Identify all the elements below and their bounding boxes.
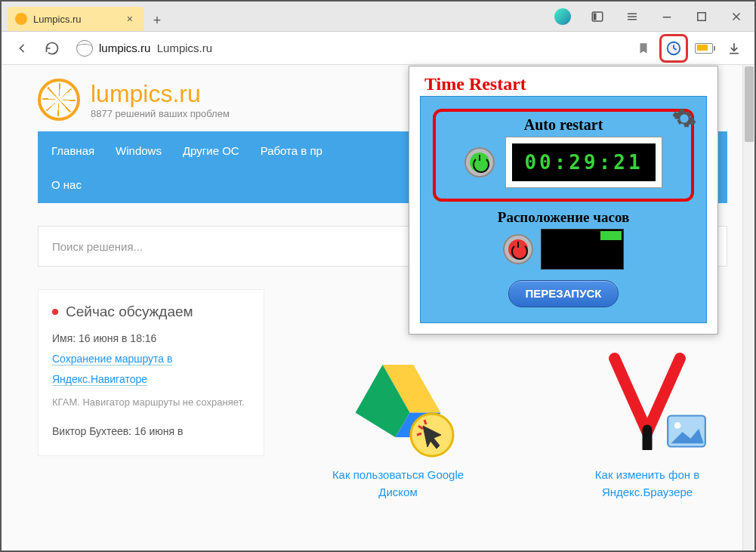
auto-restart-toggle[interactable]	[464, 147, 495, 177]
auto-restart-heading: Auto restart	[524, 116, 603, 134]
time-restart-extension-button[interactable]	[662, 37, 685, 60]
globe-icon	[76, 40, 93, 57]
logo-title: lumpics.ru	[91, 80, 230, 108]
power-icon	[470, 153, 489, 172]
bookmark-button[interactable]	[632, 37, 655, 60]
timer-value: 00:29:21	[512, 143, 655, 181]
card-caption: Как изменить фон в Яндекс.Браузере	[568, 467, 727, 501]
discuss-heading: Сейчас обсуждаем	[52, 304, 250, 320]
clock-placement-toggle[interactable]	[503, 234, 533, 264]
cursor-click-icon	[409, 412, 455, 458]
discuss-item-body: КГАМ. Навигатор маршруты не сохраняет.	[52, 393, 250, 411]
tab-favicon	[15, 13, 27, 25]
power-icon	[508, 239, 528, 259]
sidebar-toggle-button[interactable]	[584, 5, 611, 28]
nav-other-os[interactable]: Другие ОС	[183, 144, 239, 157]
vertical-scrollbar[interactable]	[742, 65, 754, 550]
gear-icon	[671, 106, 697, 131]
svg-rect-1	[594, 14, 596, 20]
back-button[interactable]	[11, 37, 33, 60]
nav-home[interactable]: Главная	[51, 144, 94, 157]
tab-title: Lumpics.ru	[33, 14, 124, 25]
card-caption: Как пользоваться Google Диском	[319, 467, 477, 501]
timer-display: 00:29:21	[505, 137, 662, 188]
browser-window: Lumpics.ru × + lumpics.ru Lumpics.ru	[0, 0, 756, 552]
tab-close-icon[interactable]: ×	[124, 13, 136, 25]
logo-subtitle: 8877 решений ваших проблем	[91, 108, 230, 119]
clock-placement-preview[interactable]	[541, 229, 624, 270]
article-card-gdrive[interactable]: Как пользоваться Google Диском	[319, 344, 477, 501]
image-icon	[666, 411, 707, 452]
svg-point-23	[674, 422, 681, 429]
article-cards: Как пользоваться Google Диском Как измен…	[319, 344, 727, 501]
battery-icon	[695, 43, 713, 54]
scrollbar-thumb[interactable]	[745, 66, 754, 142]
live-dot-icon	[52, 309, 58, 315]
search-placeholder: Поиск решения...	[52, 240, 143, 253]
discuss-widget: Сейчас обсуждаем Имя: 16 июня в 18:16 Со…	[38, 289, 264, 456]
nav-programs[interactable]: Работа в пр	[261, 144, 322, 157]
services-button[interactable]	[549, 5, 576, 28]
downloads-button[interactable]	[723, 37, 745, 60]
auto-restart-section: Auto restart 00:29:21	[433, 109, 694, 202]
svg-line-20	[417, 433, 421, 435]
article-card-yandex-bg[interactable]: Как изменить фон в Яндекс.Браузере	[568, 344, 727, 501]
clock-position-icon	[600, 231, 622, 240]
popup-title: Time Restart	[424, 74, 707, 94]
menu-button[interactable]	[619, 5, 646, 28]
circle-icon	[554, 8, 571, 25]
window-controls	[549, 2, 754, 31]
svg-line-19	[424, 420, 426, 424]
maximize-button[interactable]	[688, 5, 715, 28]
svg-rect-6	[698, 12, 706, 20]
nav-windows[interactable]: Windows	[116, 144, 162, 157]
tabstrip: Lumpics.ru × +	[2, 2, 754, 32]
orange-icon	[38, 79, 80, 121]
power-extension-button[interactable]	[693, 37, 715, 60]
discuss-item-meta: Имя: 16 июня в 18:16	[52, 332, 250, 344]
reload-button[interactable]	[41, 37, 63, 60]
minimize-button[interactable]	[653, 5, 680, 28]
tab-lumpics[interactable]: Lumpics.ru ×	[8, 7, 143, 31]
close-button[interactable]	[723, 5, 750, 28]
discuss-item-meta: Виктор Бухтеев: 16 июня в	[52, 425, 250, 437]
placement-heading: Расположение часов	[433, 209, 694, 226]
time-restart-popup: Time Restart Auto restart 00:29:21 Распо…	[409, 66, 718, 335]
settings-button[interactable]	[671, 106, 697, 131]
discuss-item-link[interactable]: Сохранение маршрута в Яндекс.Навигаторе	[52, 353, 172, 386]
addressbar: lumpics.ru Lumpics.ru	[2, 32, 754, 65]
url-field[interactable]: lumpics.ru Lumpics.ru	[71, 37, 625, 60]
restart-button[interactable]: ПЕРЕЗАПУСК	[508, 280, 619, 307]
popup-panel: Auto restart 00:29:21 Расположение часов…	[420, 96, 707, 323]
url-text: lumpics.ru Lumpics.ru	[99, 42, 212, 54]
new-tab-button[interactable]: +	[147, 10, 168, 31]
